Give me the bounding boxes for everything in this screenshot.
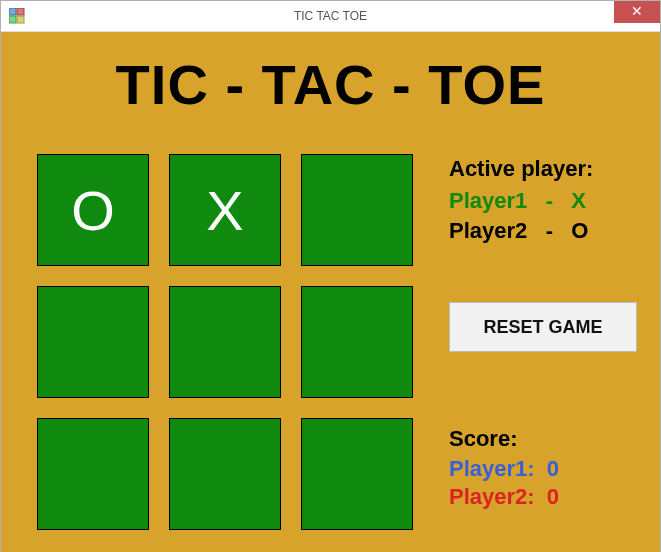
side-panel: Active player: Player1 - X Player2 - O (449, 156, 649, 248)
close-icon: ✕ (631, 3, 643, 19)
player1-mark: X (571, 188, 586, 213)
app-icon (9, 8, 25, 24)
score-label: Score: (449, 426, 559, 452)
score-player2-row: Player2: 0 (449, 484, 559, 510)
score-player2-name: Player2: (449, 484, 535, 509)
cell-0-0[interactable]: O (37, 154, 149, 266)
player2-mark: O (571, 218, 588, 243)
score-player1-row: Player1: 0 (449, 456, 559, 482)
svg-rect-3 (17, 16, 24, 23)
cell-0-2[interactable] (301, 154, 413, 266)
reset-button-label: RESET GAME (483, 317, 602, 338)
score-player1-value: 0 (547, 456, 559, 481)
player1-separator: - (546, 188, 553, 213)
window-title: TIC TAC TOE (1, 9, 660, 23)
client-area: TIC - TAC - TOE O X Active player: Playe… (1, 32, 660, 552)
cell-2-2[interactable] (301, 418, 413, 530)
svg-rect-2 (9, 16, 16, 23)
score-panel: Score: Player1: 0 Player2: 0 (449, 426, 559, 512)
cell-1-1[interactable] (169, 286, 281, 398)
score-player2-value: 0 (547, 484, 559, 509)
score-player1-name: Player1: (449, 456, 535, 481)
game-title: TIC - TAC - TOE (1, 32, 660, 117)
player1-name: Player1 (449, 188, 527, 213)
cell-1-2[interactable] (301, 286, 413, 398)
player2-separator: - (546, 218, 553, 243)
player2-row: Player2 - O (449, 218, 649, 244)
close-button[interactable]: ✕ (614, 1, 660, 23)
cell-2-0[interactable] (37, 418, 149, 530)
board: O X (37, 154, 417, 530)
svg-rect-0 (9, 8, 16, 15)
reset-button[interactable]: RESET GAME (449, 302, 637, 352)
cell-2-1[interactable] (169, 418, 281, 530)
active-player-label: Active player: (449, 156, 649, 182)
player1-row: Player1 - X (449, 188, 649, 214)
titlebar: TIC TAC TOE ✕ (1, 1, 660, 32)
player2-name: Player2 (449, 218, 527, 243)
svg-rect-1 (17, 8, 24, 15)
app-window: TIC TAC TOE ✕ TIC - TAC - TOE O X Active… (0, 0, 661, 552)
cell-0-1[interactable]: X (169, 154, 281, 266)
cell-1-0[interactable] (37, 286, 149, 398)
